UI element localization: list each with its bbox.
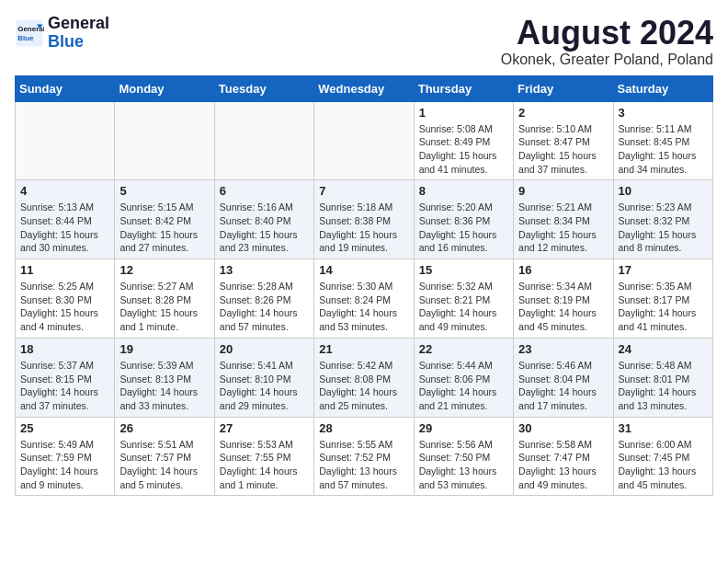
title-block: August 2024 Okonek, Greater Poland, Pola… xyxy=(501,15,713,68)
day-info: Sunrise: 5:53 AM Sunset: 7:55 PM Dayligh… xyxy=(220,438,309,492)
calendar-day-cell: 16Sunrise: 5:34 AM Sunset: 8:19 PM Dayli… xyxy=(514,259,613,339)
day-info: Sunrise: 5:30 AM Sunset: 8:24 PM Dayligh… xyxy=(319,280,408,334)
calendar-day-cell: 14Sunrise: 5:30 AM Sunset: 8:24 PM Dayli… xyxy=(314,259,414,339)
day-number: 24 xyxy=(619,342,708,356)
calendar-day-cell: 24Sunrise: 5:48 AM Sunset: 8:01 PM Dayli… xyxy=(613,338,712,417)
day-of-week-header: Friday xyxy=(514,75,613,101)
calendar-week-row: 4Sunrise: 5:13 AM Sunset: 8:44 PM Daylig… xyxy=(16,180,713,259)
day-info: Sunrise: 5:08 AM Sunset: 8:49 PM Dayligh… xyxy=(419,122,508,177)
logo: General Blue General Blue xyxy=(15,15,109,52)
calendar-day-cell: 22Sunrise: 5:44 AM Sunset: 8:06 PM Dayli… xyxy=(414,338,513,417)
day-number: 16 xyxy=(518,263,608,277)
day-info: Sunrise: 5:11 AM Sunset: 8:45 PM Dayligh… xyxy=(619,122,708,177)
day-info: Sunrise: 5:23 AM Sunset: 8:32 PM Dayligh… xyxy=(619,201,708,255)
calendar-week-row: 18Sunrise: 5:37 AM Sunset: 8:15 PM Dayli… xyxy=(16,338,713,417)
day-of-week-header: Thursday xyxy=(414,75,513,101)
day-of-week-header: Wednesday xyxy=(314,75,414,101)
calendar-week-row: 11Sunrise: 5:25 AM Sunset: 8:30 PM Dayli… xyxy=(16,259,713,339)
day-number: 2 xyxy=(518,106,608,120)
calendar-header-row: SundayMondayTuesdayWednesdayThursdayFrid… xyxy=(16,75,713,101)
day-info: Sunrise: 5:56 AM Sunset: 7:50 PM Dayligh… xyxy=(419,438,508,492)
day-info: Sunrise: 5:10 AM Sunset: 8:47 PM Dayligh… xyxy=(518,122,608,177)
day-info: Sunrise: 5:48 AM Sunset: 8:01 PM Dayligh… xyxy=(619,359,708,413)
day-number: 11 xyxy=(20,263,109,277)
day-info: Sunrise: 5:34 AM Sunset: 8:19 PM Dayligh… xyxy=(518,280,608,334)
calendar-day-cell: 31Sunrise: 6:00 AM Sunset: 7:45 PM Dayli… xyxy=(613,417,712,496)
calendar-day-cell: 27Sunrise: 5:53 AM Sunset: 7:55 PM Dayli… xyxy=(214,417,313,496)
calendar-day-cell xyxy=(314,101,414,180)
calendar-day-cell: 7Sunrise: 5:18 AM Sunset: 8:38 PM Daylig… xyxy=(314,180,414,259)
calendar-day-cell xyxy=(115,101,214,180)
day-number: 8 xyxy=(419,184,508,198)
page-header: General Blue General Blue August 2024 Ok… xyxy=(15,15,713,68)
calendar-day-cell: 4Sunrise: 5:13 AM Sunset: 8:44 PM Daylig… xyxy=(16,180,115,259)
calendar-day-cell: 13Sunrise: 5:28 AM Sunset: 8:26 PM Dayli… xyxy=(214,259,313,339)
day-number: 3 xyxy=(619,106,708,120)
day-info: Sunrise: 5:58 AM Sunset: 7:47 PM Dayligh… xyxy=(518,438,608,492)
day-of-week-header: Sunday xyxy=(16,75,115,101)
day-info: Sunrise: 5:37 AM Sunset: 8:15 PM Dayligh… xyxy=(20,359,109,413)
day-number: 22 xyxy=(419,342,508,356)
day-number: 13 xyxy=(220,263,309,277)
calendar-day-cell: 17Sunrise: 5:35 AM Sunset: 8:17 PM Dayli… xyxy=(613,259,712,339)
day-number: 19 xyxy=(119,342,209,356)
day-info: Sunrise: 5:32 AM Sunset: 8:21 PM Dayligh… xyxy=(419,280,508,334)
svg-text:Blue: Blue xyxy=(17,34,34,42)
day-number: 20 xyxy=(220,342,309,356)
day-number: 17 xyxy=(619,263,708,277)
day-number: 27 xyxy=(220,421,309,435)
day-info: Sunrise: 5:28 AM Sunset: 8:26 PM Dayligh… xyxy=(220,280,309,334)
day-of-week-header: Monday xyxy=(115,75,214,101)
calendar-day-cell: 29Sunrise: 5:56 AM Sunset: 7:50 PM Dayli… xyxy=(414,417,513,496)
day-number: 9 xyxy=(518,184,608,198)
day-info: Sunrise: 5:15 AM Sunset: 8:42 PM Dayligh… xyxy=(119,201,209,255)
day-info: Sunrise: 5:25 AM Sunset: 8:30 PM Dayligh… xyxy=(20,280,109,334)
calendar-day-cell: 30Sunrise: 5:58 AM Sunset: 7:47 PM Dayli… xyxy=(514,417,613,496)
day-number: 15 xyxy=(419,263,508,277)
calendar-day-cell: 25Sunrise: 5:49 AM Sunset: 7:59 PM Dayli… xyxy=(16,417,115,496)
day-number: 6 xyxy=(220,184,309,198)
day-number: 31 xyxy=(619,421,708,435)
calendar-day-cell: 11Sunrise: 5:25 AM Sunset: 8:30 PM Dayli… xyxy=(16,259,115,339)
day-info: Sunrise: 5:46 AM Sunset: 8:04 PM Dayligh… xyxy=(518,359,608,413)
day-info: Sunrise: 5:27 AM Sunset: 8:28 PM Dayligh… xyxy=(119,280,209,334)
calendar-week-row: 1Sunrise: 5:08 AM Sunset: 8:49 PM Daylig… xyxy=(16,101,713,180)
day-number: 12 xyxy=(119,263,209,277)
calendar-day-cell: 15Sunrise: 5:32 AM Sunset: 8:21 PM Dayli… xyxy=(414,259,513,339)
main-title: August 2024 xyxy=(501,15,713,52)
calendar-day-cell: 2Sunrise: 5:10 AM Sunset: 8:47 PM Daylig… xyxy=(514,101,613,180)
day-number: 29 xyxy=(419,421,508,435)
day-number: 23 xyxy=(518,342,608,356)
day-of-week-header: Saturday xyxy=(613,75,712,101)
day-info: Sunrise: 5:51 AM Sunset: 7:57 PM Dayligh… xyxy=(119,438,209,492)
day-number: 5 xyxy=(119,184,209,198)
day-info: Sunrise: 5:35 AM Sunset: 8:17 PM Dayligh… xyxy=(619,280,708,334)
day-info: Sunrise: 6:00 AM Sunset: 7:45 PM Dayligh… xyxy=(619,438,708,492)
calendar-day-cell: 1Sunrise: 5:08 AM Sunset: 8:49 PM Daylig… xyxy=(414,101,513,180)
day-number: 26 xyxy=(119,421,209,435)
calendar-day-cell: 5Sunrise: 5:15 AM Sunset: 8:42 PM Daylig… xyxy=(115,180,214,259)
calendar-day-cell: 12Sunrise: 5:27 AM Sunset: 8:28 PM Dayli… xyxy=(115,259,214,339)
calendar-day-cell: 9Sunrise: 5:21 AM Sunset: 8:34 PM Daylig… xyxy=(514,180,613,259)
day-number: 10 xyxy=(619,184,708,198)
day-number: 7 xyxy=(319,184,408,198)
logo-icon: General Blue xyxy=(15,18,44,48)
day-info: Sunrise: 5:55 AM Sunset: 7:52 PM Dayligh… xyxy=(319,438,408,492)
day-number: 30 xyxy=(518,421,608,435)
subtitle: Okonek, Greater Poland, Poland xyxy=(501,52,713,68)
calendar-day-cell xyxy=(214,101,313,180)
day-info: Sunrise: 5:16 AM Sunset: 8:40 PM Dayligh… xyxy=(220,201,309,255)
day-number: 1 xyxy=(419,106,508,120)
day-of-week-header: Tuesday xyxy=(214,75,313,101)
calendar-day-cell: 28Sunrise: 5:55 AM Sunset: 7:52 PM Dayli… xyxy=(314,417,414,496)
calendar-day-cell: 21Sunrise: 5:42 AM Sunset: 8:08 PM Dayli… xyxy=(314,338,414,417)
day-info: Sunrise: 5:42 AM Sunset: 8:08 PM Dayligh… xyxy=(319,359,408,413)
day-number: 28 xyxy=(319,421,408,435)
day-number: 18 xyxy=(20,342,109,356)
logo-text: General Blue xyxy=(48,15,109,52)
day-info: Sunrise: 5:49 AM Sunset: 7:59 PM Dayligh… xyxy=(20,438,109,492)
calendar-day-cell: 3Sunrise: 5:11 AM Sunset: 8:45 PM Daylig… xyxy=(613,101,712,180)
calendar-day-cell: 10Sunrise: 5:23 AM Sunset: 8:32 PM Dayli… xyxy=(613,180,712,259)
day-info: Sunrise: 5:41 AM Sunset: 8:10 PM Dayligh… xyxy=(220,359,309,413)
day-info: Sunrise: 5:44 AM Sunset: 8:06 PM Dayligh… xyxy=(419,359,508,413)
